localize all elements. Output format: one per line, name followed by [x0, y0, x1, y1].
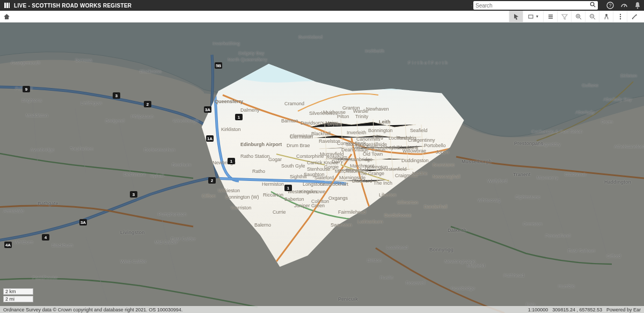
place-label: Armadale — [3, 208, 24, 214]
place-label: Clifton — [202, 193, 216, 199]
zoom-out[interactable] — [585, 11, 599, 22]
measure-tool[interactable] — [627, 11, 641, 22]
svg-line-18 — [594, 18, 595, 19]
app-header: LIVE - SCOTTISH ROAD WORKS REGISTER · ? — [0, 0, 644, 11]
svg-text:?: ? — [609, 3, 611, 8]
place-label: Cockenzie & Port Seton — [531, 129, 583, 134]
place-label: Bo'ness — [75, 57, 92, 63]
place-label: Dechmont — [123, 172, 145, 177]
place-label: Bilston — [367, 258, 382, 263]
place-label: F i r t h o f F o r t h — [408, 60, 448, 65]
scale-km: 2 km — [3, 288, 33, 295]
toolbar: ▼ — [0, 11, 644, 23]
place-label: Grangemouth — [11, 60, 40, 65]
place-label: Uphall — [150, 173, 164, 178]
search-input[interactable] — [475, 3, 596, 9]
place-label: Humbie — [558, 283, 575, 289]
place-label: Macmerry — [537, 175, 558, 180]
select-tool[interactable] — [509, 11, 523, 22]
place-label: Prestonpans — [514, 141, 544, 146]
place-label: East Saltoun — [568, 248, 595, 253]
powered-by: Powered by Ear — [606, 307, 641, 312]
place-label: Pumpherston — [158, 212, 187, 217]
junction-marker: 4 — [42, 234, 49, 241]
app-logo-icon — [3, 2, 11, 9]
map-canvas[interactable]: GrangemouthBo'nessBlacknessLinlithgowPol… — [0, 23, 644, 313]
junction-marker: 3A — [204, 106, 211, 113]
place-label: Blackness — [140, 69, 162, 74]
junction-marker: 1 — [235, 114, 243, 120]
selected-area-edinburgh — [191, 41, 470, 267]
place-label: Newcraighall — [433, 174, 460, 179]
place-label: Ormiston — [523, 221, 543, 227]
svg-point-23 — [619, 18, 620, 19]
scalebar: 2 km 2 mi — [3, 288, 33, 303]
place-label: Inverkeithing — [213, 41, 240, 46]
dashboard-icon[interactable] — [620, 2, 628, 9]
streetview-tool[interactable] — [599, 11, 613, 22]
place-label: Mayfield — [467, 263, 485, 268]
help-icon[interactable]: ? — [606, 2, 614, 9]
place-label: Loanhead — [386, 245, 408, 250]
svg-rect-0 — [4, 3, 6, 8]
scale-mi: 2 mi — [3, 296, 33, 302]
place-label: Bonnyrigg — [429, 247, 453, 252]
junction-marker: 3 — [130, 191, 137, 198]
map-attribution: Ordnance Survey data © Crown copyright a… — [0, 306, 644, 313]
place-label: West Calder — [120, 259, 147, 264]
place-label: Haddington — [604, 179, 631, 185]
svg-point-8 — [637, 8, 639, 9]
more-tool[interactable] — [613, 11, 627, 22]
place-label: Wallyford — [487, 178, 507, 184]
toolbar-buttons: ▼ — [509, 11, 641, 22]
place-label: Bridgend — [105, 118, 125, 123]
place-label: Athelstaneford — [614, 144, 644, 149]
junction-marker: 2 — [144, 101, 151, 107]
svg-line-4 — [594, 5, 595, 7]
home-button[interactable] — [3, 13, 10, 20]
place-label: Winchburgh — [173, 118, 199, 123]
junction-marker: 2 — [208, 177, 216, 184]
zoom-in[interactable] — [571, 11, 585, 22]
svg-rect-9 — [529, 15, 533, 18]
bell-icon[interactable] — [634, 2, 641, 9]
svg-line-7 — [624, 5, 625, 7]
app-title: LIVE - SCOTTISH ROAD WORKS REGISTER — [14, 3, 131, 9]
place-label: Penicuik — [338, 296, 358, 302]
place-label: Tranent — [513, 172, 531, 177]
junction-marker: 5B — [215, 62, 222, 69]
place-label: Gifford — [606, 253, 621, 259]
search-icon[interactable] — [590, 2, 596, 9]
place-label: Inchkeith — [365, 48, 384, 54]
place-label: Livingston — [120, 230, 145, 235]
junction-marker: 4A — [4, 242, 12, 248]
chevron-down-icon: ▼ — [536, 14, 539, 18]
svg-point-22 — [619, 16, 620, 17]
place-label: Drem — [601, 119, 613, 125]
place-label: Elphinstone — [515, 194, 540, 200]
filter-tool[interactable] — [557, 11, 571, 22]
svg-rect-2 — [9, 3, 10, 8]
place-label: Brightons — [21, 98, 42, 103]
place-label: Brunstane — [433, 162, 455, 168]
place-label: Gladsmuir — [565, 172, 587, 177]
search-box[interactable] — [473, 1, 598, 10]
place-label: Philpstoun — [131, 114, 153, 119]
map-coords: 309815.24 , 657852.53 — [552, 307, 602, 312]
spotlight-roads — [191, 41, 470, 267]
place-label: Blackburn — [52, 243, 73, 248]
place-label: Dalkeith — [448, 228, 466, 233]
layers-tool[interactable]: ▼ — [523, 11, 543, 22]
place-label: Torphichen — [70, 146, 93, 151]
list-tool[interactable] — [543, 11, 557, 22]
place-label: Danderhall — [424, 204, 448, 209]
place-label: Maddiston — [26, 113, 48, 118]
junction-marker: 3A — [79, 219, 87, 225]
place-label: Longniddry — [537, 142, 561, 147]
svg-point-20 — [605, 14, 608, 16]
place-label: Ecclesmachan — [144, 147, 175, 152]
place-label: Pathhead — [503, 273, 524, 278]
header-actions: ? — [606, 2, 641, 9]
svg-point-21 — [619, 13, 620, 14]
place-label: Dirleton — [620, 73, 637, 78]
